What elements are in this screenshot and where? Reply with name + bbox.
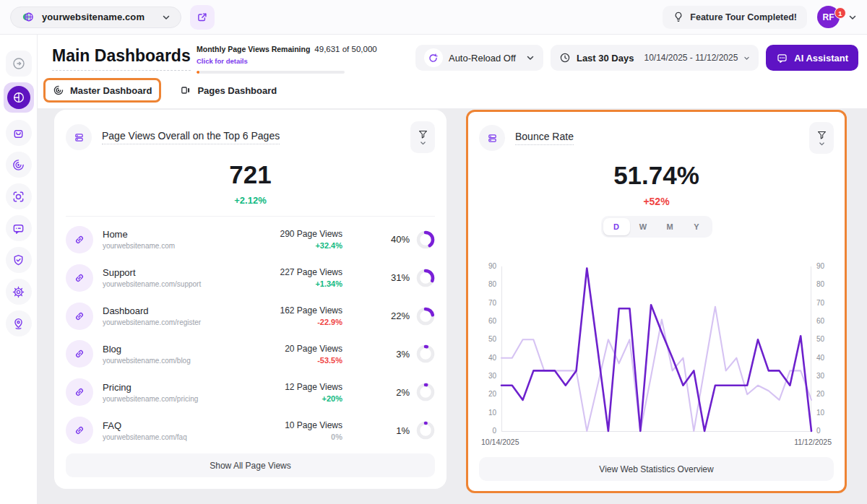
tab-pages-dashboard[interactable]: Pages Dashboard bbox=[171, 79, 285, 102]
sidebar-item-sessions[interactable] bbox=[6, 152, 32, 178]
page-views-list: Home yourwebsitename.com 290 Page Views … bbox=[66, 217, 435, 453]
page-row[interactable]: Home yourwebsitename.com 290 Page Views … bbox=[66, 222, 435, 258]
notification-badge: 1 bbox=[834, 7, 846, 19]
page-name: Dashboard bbox=[103, 305, 280, 316]
open-website-button[interactable] bbox=[190, 5, 215, 30]
globe-icon bbox=[21, 10, 35, 24]
date-range-value: 10/14/2025 - 11/12/2025 bbox=[644, 53, 738, 63]
funnel-icon bbox=[418, 129, 428, 139]
page-url: yourwebsitename.com/faq bbox=[103, 433, 285, 441]
quota-details-link[interactable]: Click for details bbox=[197, 57, 248, 65]
sidebar-item-settings[interactable] bbox=[6, 279, 32, 305]
bounce-rate-card: Bounce Rate 51.74% +52% DWMY 001 bbox=[466, 110, 847, 493]
total-page-views-change: +2.12% bbox=[66, 195, 435, 206]
progress-ring bbox=[416, 230, 435, 249]
page-row[interactable]: Support yourwebsitename.com/support 227 … bbox=[66, 260, 435, 296]
period-option-m[interactable]: M bbox=[657, 218, 683, 235]
y-tick-label: 0 bbox=[492, 427, 496, 435]
chevron-down-icon bbox=[743, 55, 750, 61]
page-name: FAQ bbox=[103, 420, 285, 431]
link-icon bbox=[66, 340, 93, 368]
progress-ring bbox=[416, 344, 435, 363]
page-views-change: +20% bbox=[285, 394, 342, 403]
bounce-chart: 0010102020303040405050606070708080909010… bbox=[479, 238, 834, 450]
tab-master-label: Master Dashboard bbox=[70, 85, 152, 96]
avatar[interactable]: RF 1 bbox=[817, 6, 840, 28]
lightbulb-icon bbox=[673, 11, 684, 23]
user-menu[interactable]: RF 1 bbox=[817, 6, 857, 28]
page-views-value: 20 Page Views bbox=[285, 344, 342, 354]
y-tick-label: 40 bbox=[488, 354, 497, 362]
ai-assistant-button[interactable]: AI Assistant bbox=[766, 45, 858, 71]
auto-reload-dropdown[interactable]: Auto-Reload Off bbox=[415, 45, 543, 71]
page-name: Support bbox=[103, 267, 280, 278]
total-page-views: 721 bbox=[66, 160, 435, 189]
date-range-picker[interactable]: Last 30 Days 10/14/2025 - 11/12/2025 bbox=[551, 45, 759, 71]
sidebar-item-dashboards[interactable] bbox=[4, 82, 34, 113]
pie-chart-icon bbox=[7, 86, 30, 109]
view-web-statistics-button[interactable]: View Web Statistics Overview bbox=[479, 457, 834, 481]
external-link-icon bbox=[197, 12, 208, 23]
feature-tour-pill[interactable]: Feature Tour Completed! bbox=[663, 6, 807, 29]
sidebar-item-locations[interactable] bbox=[6, 310, 32, 336]
sidebar-item-security[interactable] bbox=[6, 247, 32, 273]
ai-assistant-label: AI Assistant bbox=[794, 53, 848, 64]
page-row[interactable]: FAQ yourwebsitename.com/faq 10 Page View… bbox=[66, 412, 435, 448]
page-row[interactable]: Pricing yourwebsitename.com/pricing 12 P… bbox=[66, 374, 435, 410]
location-pin-icon bbox=[12, 317, 25, 331]
sidebar-item-feedback[interactable] bbox=[6, 215, 32, 241]
y-tick-label: 30 bbox=[488, 372, 497, 380]
quota-label: Monthly Page Views Remaining bbox=[197, 45, 310, 53]
page-views-change: 0% bbox=[285, 433, 342, 441]
page-header: Main Dashboards Monthly Page Views Remai… bbox=[38, 35, 867, 108]
page-views-value: 162 Page Views bbox=[280, 305, 342, 316]
auto-reload-label: Auto-Reload Off bbox=[449, 53, 516, 64]
link-icon bbox=[66, 378, 93, 406]
page-views-change: +32.4% bbox=[280, 241, 342, 250]
server-stack-icon bbox=[479, 125, 505, 151]
page-views-value: 290 Page Views bbox=[280, 229, 342, 239]
page-row[interactable]: Dashboard yourwebsitename.com/register 1… bbox=[66, 298, 435, 334]
filter-button[interactable] bbox=[809, 122, 834, 154]
period-option-w[interactable]: W bbox=[630, 218, 657, 235]
camera-focus-icon bbox=[12, 190, 25, 204]
page-url: yourwebsitename.com bbox=[103, 242, 280, 250]
collapse-arrow-icon bbox=[12, 56, 26, 71]
period-option-y[interactable]: Y bbox=[683, 218, 710, 235]
bounce-rate-change: +52% bbox=[479, 196, 834, 207]
link-icon bbox=[66, 226, 93, 253]
sidebar bbox=[0, 35, 38, 504]
page-name: Home bbox=[103, 229, 280, 240]
series-bounce-rate-comparison bbox=[501, 307, 811, 431]
page-views-value: 227 Page Views bbox=[280, 267, 342, 277]
analytics-dashboard-app: yourwebsitename.com F bbox=[0, 0, 867, 504]
show-all-page-views-button[interactable]: Show All Page Views bbox=[66, 453, 435, 477]
period-option-d[interactable]: D bbox=[603, 218, 630, 235]
sidebar-item-recordings[interactable] bbox=[6, 183, 32, 209]
page-views-change: -53.5% bbox=[285, 356, 342, 365]
y-tick-label: 60 bbox=[816, 317, 825, 325]
y-tick-label: 60 bbox=[488, 317, 497, 325]
filter-button[interactable] bbox=[410, 121, 435, 153]
dashboard-tabs: Master Dashboard Pages Dashboard bbox=[43, 78, 285, 103]
site-selector[interactable]: yourwebsitename.com bbox=[10, 6, 181, 28]
tab-master-dashboard[interactable]: Master Dashboard bbox=[43, 78, 161, 103]
page-views-value: 10 Page Views bbox=[285, 420, 342, 430]
y-tick-label: 30 bbox=[816, 372, 825, 380]
bag-icon bbox=[12, 126, 25, 140]
chevron-down-icon bbox=[526, 53, 535, 62]
y-tick-label: 10 bbox=[488, 409, 497, 417]
page-name: Pricing bbox=[103, 382, 285, 393]
spiral-icon bbox=[12, 158, 25, 172]
y-tick-label: 50 bbox=[816, 335, 825, 343]
site-name: yourwebsitename.com bbox=[42, 12, 144, 22]
page-share-value: 40% bbox=[391, 234, 410, 245]
page-url: yourwebsitename.com/register bbox=[103, 318, 280, 326]
sidebar-item-store[interactable] bbox=[6, 120, 32, 146]
chevron-down-icon bbox=[819, 142, 825, 147]
page-row[interactable]: Blog yourwebsitename.com/blog 20 Page Vi… bbox=[66, 336, 435, 372]
page-views-value: 12 Page Views bbox=[285, 382, 342, 392]
shield-check-icon bbox=[12, 253, 25, 267]
sidebar-collapse-button[interactable] bbox=[6, 51, 32, 77]
quota-value: 49,631 of 50,000 bbox=[314, 45, 376, 53]
